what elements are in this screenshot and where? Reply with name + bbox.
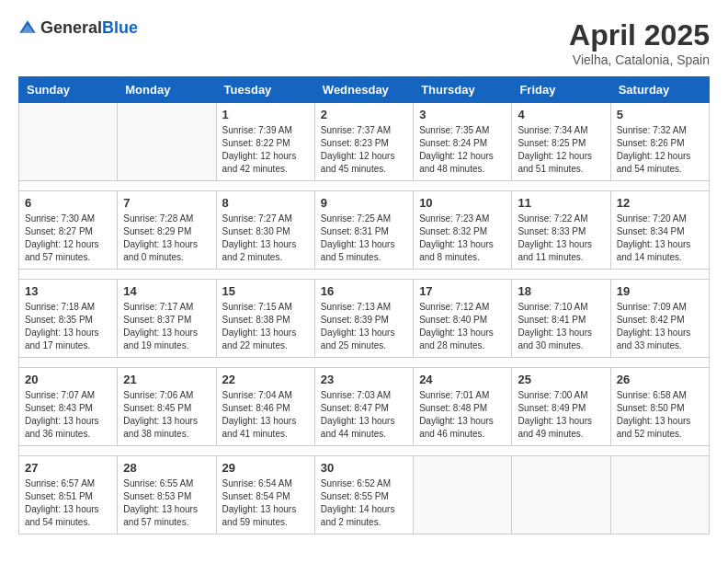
spacer-cell xyxy=(19,358,710,368)
calendar-cell: 2Sunrise: 7:37 AM Sunset: 8:23 PM Daylig… xyxy=(314,103,413,181)
calendar-cell: 26Sunrise: 6:58 AM Sunset: 8:50 PM Dayli… xyxy=(610,368,709,446)
calendar-header-row: SundayMondayTuesdayWednesdayThursdayFrid… xyxy=(19,77,710,103)
week-spacer xyxy=(19,446,710,456)
calendar-cell: 30Sunrise: 6:52 AM Sunset: 8:55 PM Dayli… xyxy=(314,456,413,534)
day-info: Sunrise: 7:09 AM Sunset: 8:42 PM Dayligh… xyxy=(617,301,703,352)
day-number: 13 xyxy=(25,284,111,298)
calendar-cell: 8Sunrise: 7:27 AM Sunset: 8:30 PM Daylig… xyxy=(216,191,314,270)
day-number: 9 xyxy=(321,196,407,210)
day-info: Sunrise: 6:55 AM Sunset: 8:53 PM Dayligh… xyxy=(123,477,210,529)
day-header-wednesday: Wednesday xyxy=(314,77,413,103)
calendar-cell: 25Sunrise: 7:00 AM Sunset: 8:49 PM Dayli… xyxy=(512,368,610,446)
day-number: 20 xyxy=(25,373,111,386)
calendar-cell xyxy=(610,456,709,534)
day-number: 12 xyxy=(617,196,703,210)
day-header-saturday: Saturday xyxy=(610,77,709,103)
calendar-cell xyxy=(118,103,216,181)
day-number: 19 xyxy=(617,284,703,298)
day-number: 21 xyxy=(123,373,210,386)
calendar-cell: 21Sunrise: 7:06 AM Sunset: 8:45 PM Dayli… xyxy=(118,368,216,446)
day-number: 6 xyxy=(25,196,111,210)
day-number: 5 xyxy=(617,108,703,121)
day-number: 29 xyxy=(222,461,309,475)
title-block: April 2025 Vielha, Catalonia, Spain xyxy=(569,18,710,67)
calendar-title: April 2025 xyxy=(569,18,710,52)
day-info: Sunrise: 7:07 AM Sunset: 8:43 PM Dayligh… xyxy=(25,389,111,441)
day-number: 27 xyxy=(25,461,111,475)
day-info: Sunrise: 7:25 AM Sunset: 8:31 PM Dayligh… xyxy=(321,213,407,264)
day-info: Sunrise: 7:01 AM Sunset: 8:48 PM Dayligh… xyxy=(419,389,506,441)
day-info: Sunrise: 7:27 AM Sunset: 8:30 PM Dayligh… xyxy=(222,213,309,264)
calendar-cell: 23Sunrise: 7:03 AM Sunset: 8:47 PM Dayli… xyxy=(314,368,413,446)
day-number: 2 xyxy=(321,108,407,121)
day-info: Sunrise: 7:39 AM Sunset: 8:22 PM Dayligh… xyxy=(222,124,309,176)
day-header-thursday: Thursday xyxy=(414,77,512,103)
day-number: 22 xyxy=(222,373,309,386)
day-info: Sunrise: 7:06 AM Sunset: 8:45 PM Dayligh… xyxy=(123,389,210,441)
day-number: 26 xyxy=(617,373,703,386)
day-number: 14 xyxy=(123,284,210,298)
logo-text-general: General xyxy=(40,18,102,37)
calendar-cell: 22Sunrise: 7:04 AM Sunset: 8:46 PM Dayli… xyxy=(216,368,314,446)
day-number: 10 xyxy=(419,196,506,210)
calendar-cell: 1Sunrise: 7:39 AM Sunset: 8:22 PM Daylig… xyxy=(216,103,314,181)
day-info: Sunrise: 7:03 AM Sunset: 8:47 PM Dayligh… xyxy=(321,389,407,441)
day-info: Sunrise: 7:30 AM Sunset: 8:27 PM Dayligh… xyxy=(25,213,111,264)
calendar-table: SundayMondayTuesdayWednesdayThursdayFrid… xyxy=(18,76,710,534)
calendar-cell: 4Sunrise: 7:34 AM Sunset: 8:25 PM Daylig… xyxy=(512,103,610,181)
day-header-monday: Monday xyxy=(118,77,216,103)
calendar-location: Vielha, Catalonia, Spain xyxy=(569,52,710,67)
page-header: GeneralBlue April 2025 Vielha, Catalonia… xyxy=(18,18,710,67)
day-info: Sunrise: 7:17 AM Sunset: 8:37 PM Dayligh… xyxy=(123,301,210,352)
day-header-sunday: Sunday xyxy=(19,77,118,103)
day-info: Sunrise: 7:00 AM Sunset: 8:49 PM Dayligh… xyxy=(518,389,604,441)
calendar-cell: 9Sunrise: 7:25 AM Sunset: 8:31 PM Daylig… xyxy=(314,191,413,270)
calendar-week-1: 1Sunrise: 7:39 AM Sunset: 8:22 PM Daylig… xyxy=(19,103,710,181)
day-info: Sunrise: 7:10 AM Sunset: 8:41 PM Dayligh… xyxy=(518,301,604,352)
day-number: 30 xyxy=(321,461,407,475)
day-info: Sunrise: 7:13 AM Sunset: 8:39 PM Dayligh… xyxy=(321,301,407,352)
day-number: 18 xyxy=(518,284,604,298)
calendar-cell: 12Sunrise: 7:20 AM Sunset: 8:34 PM Dayli… xyxy=(610,191,709,270)
day-info: Sunrise: 6:58 AM Sunset: 8:50 PM Dayligh… xyxy=(617,389,703,441)
day-header-friday: Friday xyxy=(512,77,610,103)
calendar-cell: 5Sunrise: 7:32 AM Sunset: 8:26 PM Daylig… xyxy=(610,103,709,181)
calendar-cell: 27Sunrise: 6:57 AM Sunset: 8:51 PM Dayli… xyxy=(19,456,118,534)
day-info: Sunrise: 7:32 AM Sunset: 8:26 PM Dayligh… xyxy=(617,124,703,176)
day-info: Sunrise: 7:28 AM Sunset: 8:29 PM Dayligh… xyxy=(123,213,210,264)
calendar-cell: 19Sunrise: 7:09 AM Sunset: 8:42 PM Dayli… xyxy=(610,280,709,358)
calendar-cell: 20Sunrise: 7:07 AM Sunset: 8:43 PM Dayli… xyxy=(19,368,118,446)
logo-text-blue: Blue xyxy=(102,18,138,37)
calendar-cell: 3Sunrise: 7:35 AM Sunset: 8:24 PM Daylig… xyxy=(414,103,512,181)
day-info: Sunrise: 7:37 AM Sunset: 8:23 PM Dayligh… xyxy=(321,124,407,176)
day-number: 7 xyxy=(123,196,210,210)
day-info: Sunrise: 6:54 AM Sunset: 8:54 PM Dayligh… xyxy=(222,477,309,529)
week-spacer xyxy=(19,181,710,191)
calendar-cell: 10Sunrise: 7:23 AM Sunset: 8:32 PM Dayli… xyxy=(414,191,512,270)
day-info: Sunrise: 7:12 AM Sunset: 8:40 PM Dayligh… xyxy=(419,301,506,352)
calendar-cell: 24Sunrise: 7:01 AM Sunset: 8:48 PM Dayli… xyxy=(414,368,512,446)
calendar-cell: 13Sunrise: 7:18 AM Sunset: 8:35 PM Dayli… xyxy=(19,280,118,358)
day-info: Sunrise: 7:22 AM Sunset: 8:33 PM Dayligh… xyxy=(518,213,604,264)
day-info: Sunrise: 7:34 AM Sunset: 8:25 PM Dayligh… xyxy=(518,124,604,176)
calendar-cell: 11Sunrise: 7:22 AM Sunset: 8:33 PM Dayli… xyxy=(512,191,610,270)
calendar-week-4: 20Sunrise: 7:07 AM Sunset: 8:43 PM Dayli… xyxy=(19,368,710,446)
day-number: 15 xyxy=(222,284,309,298)
spacer-cell xyxy=(19,446,710,456)
day-number: 23 xyxy=(321,373,407,386)
calendar-cell xyxy=(414,456,512,534)
logo-icon xyxy=(18,19,37,38)
calendar-cell: 17Sunrise: 7:12 AM Sunset: 8:40 PM Dayli… xyxy=(414,280,512,358)
calendar-cell: 6Sunrise: 7:30 AM Sunset: 8:27 PM Daylig… xyxy=(19,191,118,270)
day-info: Sunrise: 7:18 AM Sunset: 8:35 PM Dayligh… xyxy=(25,301,111,352)
day-number: 16 xyxy=(321,284,407,298)
calendar-week-5: 27Sunrise: 6:57 AM Sunset: 8:51 PM Dayli… xyxy=(19,456,710,534)
calendar-cell: 15Sunrise: 7:15 AM Sunset: 8:38 PM Dayli… xyxy=(216,280,314,358)
day-number: 25 xyxy=(518,373,604,386)
day-info: Sunrise: 7:04 AM Sunset: 8:46 PM Dayligh… xyxy=(222,389,309,441)
calendar-cell: 7Sunrise: 7:28 AM Sunset: 8:29 PM Daylig… xyxy=(118,191,216,270)
calendar-cell: 28Sunrise: 6:55 AM Sunset: 8:53 PM Dayli… xyxy=(118,456,216,534)
day-info: Sunrise: 7:15 AM Sunset: 8:38 PM Dayligh… xyxy=(222,301,309,352)
day-number: 3 xyxy=(419,108,506,121)
day-info: Sunrise: 7:20 AM Sunset: 8:34 PM Dayligh… xyxy=(617,213,703,264)
